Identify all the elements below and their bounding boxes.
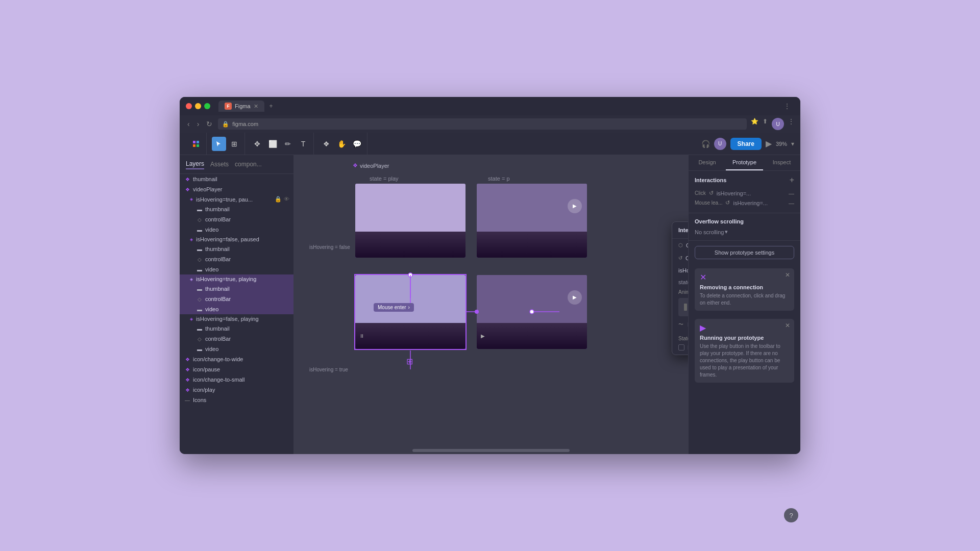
text-tool-button[interactable]: T	[296, 137, 310, 151]
click-remove-button[interactable]: —	[789, 190, 794, 196]
minimize-button[interactable]	[195, 103, 201, 109]
add-interaction-button[interactable]: +	[790, 176, 794, 184]
move-tool-button[interactable]: ✥	[250, 137, 264, 151]
user-avatar[interactable]: U	[772, 118, 784, 130]
click-row-left: Click ↺ isHovering=...	[695, 190, 751, 196]
zoom-level[interactable]: 39%	[776, 141, 787, 147]
nav-forward-button[interactable]: ›	[195, 118, 201, 130]
design-tab[interactable]: Design	[689, 155, 726, 170]
nav-back-button[interactable]: ‹	[186, 118, 191, 130]
mouse-enter-tooltip: Mouse enter ›	[374, 303, 414, 312]
layer-controlBar-2[interactable]: ◇ controlBar	[180, 254, 293, 264]
layer-controlBar-3[interactable]: ◇ controlBar	[180, 294, 293, 304]
layer-video-1[interactable]: ▬ video	[180, 224, 293, 235]
close-button[interactable]	[186, 103, 192, 109]
reset-video-row: Reset video position	[678, 344, 688, 350]
pen-tool-button[interactable]: ✏	[281, 137, 295, 151]
action-label[interactable]: Change to	[685, 255, 688, 261]
tab-close-icon[interactable]: ✕	[254, 103, 258, 110]
layer-icon-pause[interactable]: ❖ icon/pause	[180, 364, 293, 374]
layer-video-2[interactable]: ▬ video	[180, 264, 293, 274]
comment-tool-button[interactable]: 💬	[350, 137, 364, 151]
shape-tool-button[interactable]: ⬜	[265, 137, 280, 151]
layer-videoPlayer[interactable]: ❖ videoPlayer	[180, 184, 293, 194]
frame-label: ❖ videoPlayer	[353, 162, 389, 169]
main-menu-button[interactable]	[189, 137, 203, 151]
component-icon: ❖	[184, 356, 191, 363]
layer-label: thumbnail	[205, 286, 230, 292]
canvas-scrollbar[interactable]	[412, 449, 570, 452]
layer-thumbnail-2[interactable]: ▬ thumbnail	[180, 204, 293, 214]
browser-tab[interactable]: F Figma ✕	[218, 101, 264, 112]
click-interaction-row[interactable]: Click ↺ isHovering=... —	[695, 188, 794, 198]
share-button[interactable]: Share	[730, 138, 762, 150]
layer-thumbnail-4[interactable]: ▬ thumbnail	[180, 284, 293, 294]
frame-bl[interactable]: ⏸	[355, 275, 465, 349]
overflow-dropdown-icon[interactable]: ▾	[725, 229, 728, 235]
play-prototype-icon[interactable]: ▶	[766, 139, 772, 148]
mouse-leave-remove-button[interactable]: —	[789, 200, 794, 206]
component-icon: ❖	[184, 186, 191, 193]
reset-video-checkbox[interactable]	[678, 344, 684, 350]
share-page-icon[interactable]: ⬆	[763, 118, 768, 130]
layer-label: controlBar	[205, 336, 231, 342]
running-prototype-title: Running your prototype	[700, 335, 789, 341]
layer-icon-change-to-wide[interactable]: ❖ icon/change-to-wide	[180, 354, 293, 364]
layer-actions: 🔒 👁	[275, 196, 289, 203]
layers-tab[interactable]: Layers	[186, 159, 204, 169]
fullscreen-button[interactable]	[204, 103, 210, 109]
layer-label: thumbnail	[205, 325, 230, 332]
running-prototype-close[interactable]: ✕	[785, 322, 790, 329]
mouse-leave-interaction-row[interactable]: Mouse lea... ↺ isHovering=... —	[695, 198, 794, 208]
layer-video-4[interactable]: ▬ video	[180, 344, 293, 354]
ease-value[interactable]: Ease out ▾	[688, 321, 688, 328]
overflow-value-label[interactable]: No scrolling ▾	[695, 229, 728, 235]
components-tool-button[interactable]: ❖	[319, 137, 333, 151]
inspect-tab[interactable]: Inspect	[763, 155, 800, 170]
layer-isHovering-false-paused[interactable]: ◈ isHovering=false, paused	[180, 235, 293, 244]
anim-none[interactable]	[678, 298, 688, 316]
ishovering-true-label: isHovering = true	[309, 367, 348, 372]
layers-list: ❖ thumbnail ❖ videoPlayer ◈ isHovering=t…	[180, 174, 293, 454]
multiplayer-audio-icon[interactable]: 🎧	[701, 140, 710, 148]
animation-section: Animation	[672, 287, 688, 333]
browser-menu-icon[interactable]: ⋮	[784, 103, 790, 110]
layer-label: video	[205, 227, 218, 233]
new-tab-button[interactable]: +	[266, 102, 276, 111]
overflow-value-row[interactable]: No scrolling ▾	[695, 229, 794, 235]
layer-controlBar-4[interactable]: ◇ controlBar	[180, 334, 293, 344]
layer-icon-play[interactable]: ❖ icon/play	[180, 385, 293, 395]
visibility-icon[interactable]: 👁	[284, 196, 289, 203]
component-add-marker[interactable]: ⊞	[406, 357, 413, 366]
layer-label: Icons	[193, 397, 206, 403]
layer-thumbnail-1[interactable]: ❖ thumbnail	[180, 174, 293, 184]
current-user-avatar[interactable]: U	[714, 138, 726, 150]
layer-controlBar-1[interactable]: ◇ controlBar	[180, 214, 293, 224]
layer-isHovering-true-playing[interactable]: ◈ isHovering=true, playing	[180, 274, 293, 284]
layer-icon-change-to-small[interactable]: ❖ icon/change-to-small	[180, 374, 293, 385]
frame-tool-button[interactable]: ⊞	[227, 137, 241, 151]
layer-thumbnail-5[interactable]: ▬ thumbnail	[180, 323, 293, 334]
click-trigger-label: Click	[695, 190, 706, 196]
address-bar[interactable]: 🔒 figma.com	[218, 118, 747, 130]
layer-isHovering-false-playing[interactable]: ◈ isHovering=false, playing	[180, 314, 293, 323]
layer-label: icon/pause	[193, 366, 220, 372]
bookmark-icon[interactable]: ⭐	[751, 118, 758, 130]
zoom-dropdown-icon[interactable]: ▾	[791, 140, 794, 147]
layer-video-3[interactable]: ▬ video	[180, 304, 293, 314]
hand-tool-button[interactable]: ✋	[334, 137, 349, 151]
trigger-label[interactable]: On click	[686, 242, 688, 248]
layer-isHovering-true-paused[interactable]: ◈ isHovering=true, pau... 🔒 👁	[180, 194, 293, 204]
components-tab[interactable]: compon...	[235, 160, 262, 169]
svg-rect-3	[197, 144, 199, 147]
layer-icons[interactable]: — Icons	[180, 395, 293, 405]
extensions-icon[interactable]: ⋮	[788, 118, 794, 130]
canvas-area[interactable]: ❖ videoPlayer state = play state = p isH…	[294, 155, 688, 454]
nav-reload-button[interactable]: ↻	[205, 118, 214, 130]
prototype-tab[interactable]: Prototype	[726, 155, 763, 170]
select-tool-button[interactable]	[212, 137, 226, 151]
show-prototype-settings-button[interactable]: Show prototype settings	[695, 246, 794, 259]
assets-tab[interactable]: Assets	[210, 160, 229, 169]
layer-thumbnail-3[interactable]: ▬ thumbnail	[180, 244, 293, 254]
removing-connection-close[interactable]: ✕	[785, 271, 790, 279]
